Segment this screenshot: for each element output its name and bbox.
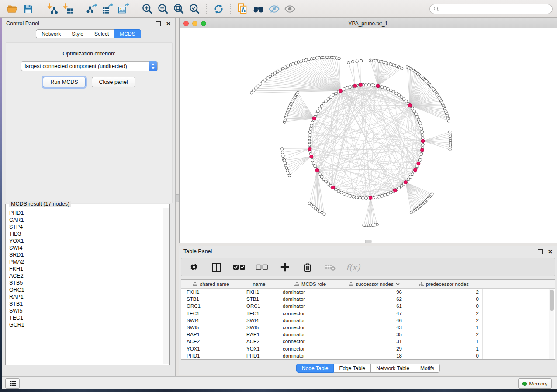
table-cell-predecessor-nodes: 1 bbox=[405, 346, 482, 351]
table-cell-mcds-role: connector bbox=[277, 325, 343, 330]
table-row[interactable]: ACE2ACE2connector311 bbox=[181, 338, 555, 345]
mcds-result-item[interactable]: YOX1 bbox=[9, 237, 163, 244]
network-graph[interactable] bbox=[180, 28, 557, 243]
delete-column-button[interactable] bbox=[301, 261, 314, 274]
table-row[interactable]: FKH1FKH1dominator962 bbox=[181, 289, 555, 296]
show-column-button[interactable] bbox=[210, 261, 223, 274]
table-row[interactable]: SWI5SWI5connector431 bbox=[181, 324, 555, 331]
column-header-mcds-role[interactable]: MCDS role bbox=[277, 280, 343, 289]
main-toolbar bbox=[0, 0, 557, 18]
mcds-result-item[interactable]: RAP1 bbox=[9, 293, 163, 300]
tab-mcds[interactable]: MCDS bbox=[114, 29, 141, 38]
apply-layout-button[interactable] bbox=[211, 2, 225, 16]
save-floppy-icon bbox=[23, 3, 34, 14]
network-window-titlebar[interactable]: YPA_prune.txt_1 bbox=[180, 18, 557, 29]
first-neighbors-button[interactable] bbox=[251, 2, 265, 16]
open-session-button[interactable] bbox=[5, 2, 19, 16]
export-table-button[interactable] bbox=[100, 2, 114, 16]
table-cell-predecessor-nodes: 0 bbox=[405, 303, 482, 309]
table-scrollbar-thumb[interactable] bbox=[550, 290, 554, 311]
horizontal-splitter-handle[interactable] bbox=[365, 240, 371, 243]
column-header-successor-nodes[interactable]: successor nodes bbox=[343, 280, 405, 289]
zoom-in-button[interactable] bbox=[140, 2, 154, 16]
table-cell-shared-name: PHD1 bbox=[181, 353, 241, 358]
mcds-result-item[interactable]: FKH1 bbox=[9, 265, 163, 272]
tab-style[interactable]: Style bbox=[66, 29, 89, 38]
float-window-icon[interactable] bbox=[156, 21, 161, 26]
import-network-button[interactable] bbox=[45, 2, 59, 16]
mcds-result-item[interactable]: SWI4 bbox=[9, 244, 163, 251]
tab-network-table[interactable]: Network Table bbox=[371, 364, 415, 373]
mcds-result-item[interactable]: SRD1 bbox=[9, 251, 163, 258]
vertical-splitter-handle[interactable] bbox=[176, 194, 179, 202]
mcds-result-item[interactable]: TID3 bbox=[9, 230, 163, 237]
table-type-tabs: Node TableEdge TableNetwork TableMotifs bbox=[179, 364, 557, 373]
table-settings-button[interactable] bbox=[187, 261, 201, 274]
close-panel-icon[interactable]: ✕ bbox=[548, 250, 553, 254]
desktop-wallpaper-bottom bbox=[0, 389, 557, 392]
search-input[interactable] bbox=[439, 5, 549, 12]
table-cell-mcds-role: connector bbox=[277, 339, 343, 344]
gear-icon bbox=[189, 262, 199, 272]
toolbar-separator bbox=[135, 3, 135, 15]
mcds-result-item[interactable]: PHD1 bbox=[9, 210, 163, 217]
deselect-all-checkboxes-button[interactable] bbox=[256, 261, 269, 274]
mcds-result-item[interactable]: TEC1 bbox=[9, 314, 163, 321]
tab-select[interactable]: Select bbox=[89, 29, 114, 38]
tab-node-table[interactable]: Node Table bbox=[296, 364, 334, 373]
tab-motifs[interactable]: Motifs bbox=[415, 364, 440, 373]
mcds-result-item[interactable]: CAR1 bbox=[9, 217, 163, 224]
network-canvas[interactable] bbox=[180, 28, 557, 243]
show-all-button[interactable] bbox=[283, 2, 297, 16]
run-mcds-button[interactable]: Run MCDS bbox=[43, 77, 85, 87]
optimization-criterion-select[interactable]: largest connected component (undirected) bbox=[21, 61, 158, 71]
mcds-result-item[interactable]: ACE2 bbox=[9, 272, 163, 279]
network-window-title: YPA_prune.txt_1 bbox=[180, 21, 557, 27]
table-row[interactable]: ORC1ORC1dominator610 bbox=[181, 303, 555, 309]
zoom-out-button[interactable] bbox=[156, 2, 170, 16]
network-view-window: YPA_prune.txt_1 bbox=[179, 18, 557, 243]
table-cell-mcds-role: dominator bbox=[277, 303, 343, 309]
zoom-selected-button[interactable] bbox=[187, 2, 201, 16]
float-window-icon[interactable] bbox=[538, 249, 543, 254]
column-header-name[interactable]: name bbox=[241, 280, 277, 289]
table-row[interactable]: PHD1PHD1dominator180 bbox=[181, 352, 555, 359]
memory-button[interactable]: Memory bbox=[518, 378, 552, 389]
mcds-result-list[interactable]: PHD1CAR1STP4TID3YOX1SWI4SRD1PMA2FKH1ACE2… bbox=[6, 208, 163, 364]
zoom-fit-button[interactable] bbox=[172, 2, 186, 16]
column-header-predecessor-nodes[interactable]: predecessor nodes bbox=[405, 280, 482, 289]
table-cell-name: YOX1 bbox=[241, 346, 277, 351]
delete-table-button[interactable] bbox=[324, 261, 337, 274]
task-history-button[interactable] bbox=[5, 378, 20, 389]
tab-network[interactable]: Network bbox=[36, 29, 66, 38]
mcds-result-item[interactable]: STB5 bbox=[9, 279, 163, 286]
add-column-button[interactable] bbox=[278, 261, 291, 274]
table-scrollbar[interactable] bbox=[549, 289, 554, 359]
table-row[interactable]: STB1STB1dominator620 bbox=[181, 296, 555, 303]
import-table-button[interactable] bbox=[61, 2, 75, 16]
new-network-from-selection-button[interactable] bbox=[235, 2, 249, 16]
mcds-result-item[interactable]: ORC1 bbox=[9, 286, 163, 293]
close-panel-button[interactable]: Close panel bbox=[92, 77, 135, 87]
tab-edge-table[interactable]: Edge Table bbox=[334, 364, 371, 373]
export-network-button[interactable] bbox=[85, 2, 99, 16]
save-session-button[interactable] bbox=[21, 2, 35, 16]
mcds-result-item[interactable]: SWI5 bbox=[9, 307, 163, 314]
column-header-shared-name[interactable]: shared name bbox=[181, 280, 241, 289]
mcds-result-item[interactable]: STP4 bbox=[9, 224, 163, 230]
mcds-result-item[interactable]: STB1 bbox=[9, 300, 163, 307]
table-row[interactable]: YOX1YOX1connector291 bbox=[181, 345, 555, 352]
mcds-result-item[interactable]: PMA2 bbox=[9, 258, 163, 265]
mcds-result-scrollbar[interactable] bbox=[163, 208, 169, 364]
hide-selected-button[interactable] bbox=[267, 2, 281, 16]
table-row[interactable]: SWI4SWI4dominator462 bbox=[181, 317, 555, 324]
table-cell-successor-nodes: 47 bbox=[343, 311, 405, 316]
table-row[interactable]: TEC1TEC1connector472 bbox=[181, 310, 555, 317]
export-image-button[interactable] bbox=[116, 2, 130, 16]
select-all-checkboxes-button[interactable] bbox=[233, 261, 246, 274]
mcds-result-item[interactable]: GCR1 bbox=[9, 321, 163, 328]
table-row[interactable]: RAP1RAP1dominator352 bbox=[181, 331, 555, 338]
close-panel-icon[interactable]: ✕ bbox=[166, 22, 171, 26]
function-builder-button[interactable]: f(x) bbox=[346, 261, 360, 274]
table-cell-successor-nodes: 18 bbox=[343, 353, 405, 358]
